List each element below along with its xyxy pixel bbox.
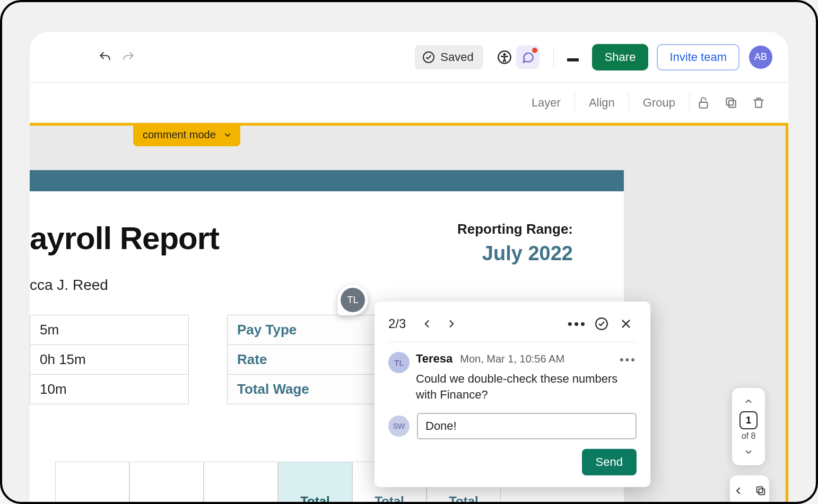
delete-button[interactable] <box>745 89 772 117</box>
totals-cell <box>129 462 204 502</box>
user-avatar[interactable]: AB <box>749 46 772 69</box>
page-navigator: 1 of 8 <box>732 388 765 465</box>
comment-counter: 2/3 <box>388 316 406 331</box>
check-circle-icon <box>422 51 435 64</box>
comment-pin-initials: TL <box>341 288 365 312</box>
layer-menu[interactable]: Layer <box>518 96 575 110</box>
chevron-left-icon <box>734 486 743 496</box>
align-menu[interactable]: Align <box>575 96 629 110</box>
accessibility-button[interactable] <box>493 46 516 69</box>
canvas[interactable]: comment mode ayroll Report cca J. Reed R… <box>30 123 788 502</box>
unlock-icon <box>697 96 710 110</box>
page-total: of 8 <box>742 431 756 441</box>
svg-point-2 <box>503 54 505 55</box>
selection-border-right <box>786 126 788 502</box>
saved-label: Saved <box>440 50 473 64</box>
lock-button[interactable] <box>690 89 717 117</box>
invite-team-button[interactable]: Invite team <box>657 44 739 70</box>
prev-comment-button[interactable] <box>416 313 438 334</box>
copy-icon <box>755 485 767 497</box>
mode-label: comment mode <box>143 129 216 141</box>
chevron-up-icon <box>744 396 753 406</box>
notification-dot-icon <box>532 48 537 53</box>
presentation-icon <box>566 52 580 63</box>
saved-indicator: Saved <box>415 45 483 69</box>
comment-author-name: Teresa <box>416 352 452 366</box>
comments-button[interactable] <box>516 46 539 69</box>
close-comment-button[interactable] <box>615 313 637 334</box>
canvas-tools <box>730 475 769 502</box>
totals-cell <box>204 462 278 502</box>
comment-body: Could we double-check these numbers with… <box>388 371 637 402</box>
reply-user-avatar: SW <box>388 415 410 437</box>
undo-button[interactable] <box>93 46 117 69</box>
comment-pin[interactable]: TL <box>337 285 368 315</box>
document-header-strip <box>30 170 624 191</box>
svg-rect-4 <box>729 100 736 107</box>
mode-dropdown[interactable]: comment mode <box>133 124 240 146</box>
comment-item-menu[interactable]: ••• <box>620 353 637 367</box>
totals-cell: Total <box>278 462 352 502</box>
reply-input[interactable] <box>417 413 637 439</box>
totals-cell <box>55 462 129 502</box>
share-button[interactable]: Share <box>592 44 649 70</box>
duplicate-button[interactable] <box>751 481 771 501</box>
table-cell: 0h 15m <box>30 345 189 375</box>
current-page[interactable]: 1 <box>739 411 758 429</box>
resolve-comment-button[interactable] <box>591 313 612 334</box>
tool-prev-button[interactable] <box>728 481 749 501</box>
reporting-range-value: July 2022 <box>482 242 573 265</box>
svg-rect-7 <box>759 489 764 494</box>
close-icon <box>620 318 632 330</box>
svg-rect-5 <box>726 98 733 105</box>
chevron-down-icon <box>744 447 753 457</box>
chevron-down-icon <box>223 131 232 139</box>
page-up-button[interactable] <box>738 393 759 409</box>
redo-button[interactable] <box>117 46 140 69</box>
comment-timestamp: Mon, Mar 1, 10:56 AM <box>460 353 564 365</box>
copy-icon <box>724 96 738 110</box>
check-circle-icon <box>595 317 608 331</box>
svg-rect-8 <box>757 487 763 493</box>
next-comment-button[interactable] <box>441 313 462 334</box>
table-cell: 10m <box>30 375 189 404</box>
comment-author-avatar: TL <box>388 352 410 373</box>
send-reply-button[interactable]: Send <box>582 449 637 475</box>
comment-popover: 2/3 ••• <box>375 302 650 487</box>
trash-icon <box>752 96 765 110</box>
comment-more-button[interactable]: ••• <box>567 313 588 334</box>
table-cell: 5m <box>30 315 189 345</box>
group-menu[interactable]: Group <box>629 96 689 110</box>
reporting-range-label: Reporting Range: <box>457 221 573 237</box>
format-toolbar: Layer Align Group <box>30 83 788 123</box>
document-author: cca J. Reed <box>30 277 624 294</box>
top-toolbar: Saved Share Invite team AB <box>30 32 788 83</box>
copy-button[interactable] <box>717 89 745 117</box>
present-button[interactable] <box>561 46 585 69</box>
chevron-left-icon <box>422 319 432 329</box>
page-down-button[interactable] <box>738 444 759 460</box>
chevron-right-icon <box>446 319 457 329</box>
svg-rect-3 <box>699 102 707 108</box>
